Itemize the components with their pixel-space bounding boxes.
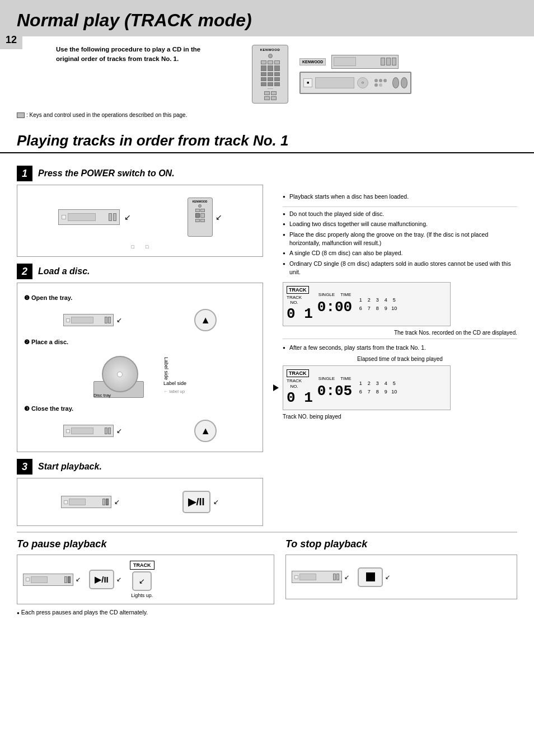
step-1-header: 1 Press the POWER switch to ON. bbox=[17, 166, 263, 181]
lights-up-label: Lights up. bbox=[131, 593, 153, 598]
play-pause-button-icon: ▶/II bbox=[182, 491, 210, 513]
step-3-note: After a few seconds, play starts from th… bbox=[283, 344, 517, 352]
track-no-label-1: TRACKNO. bbox=[287, 295, 302, 306]
tn2-6: 6 bbox=[357, 388, 364, 396]
stop-section: To stop playback ↙ ↙ bbox=[285, 538, 517, 616]
label-side-text: Label side bbox=[163, 357, 169, 380]
elapsed-time-label: Elapsed time of track being played bbox=[283, 356, 517, 362]
play-indicator-icon bbox=[273, 384, 279, 391]
single-label-1: SINGLE bbox=[318, 292, 335, 297]
tn-7: 7 bbox=[365, 304, 373, 312]
section-title: Playing tracks in order from track No. 1 bbox=[0, 124, 534, 153]
eject-button-icon: ▲ bbox=[194, 309, 217, 331]
note-2-5: Ordinary CD single (8 cm disc) adapters … bbox=[283, 260, 517, 276]
note-2-4: A single CD (8 cm disc) can also be play… bbox=[283, 249, 517, 257]
remote-pause-button-icon: ↙ bbox=[132, 571, 152, 591]
pause-box: ↙ ▶/II ↙ TRACK ↙ Lights up. bbox=[17, 555, 274, 604]
track-number-grid-2: 1 2 3 4 5 6 7 8 9 10 bbox=[357, 379, 398, 396]
track-number-grid-1: 1 2 3 4 5 6 7 8 9 10 bbox=[357, 296, 398, 312]
tn2-9: 9 bbox=[382, 388, 390, 396]
stop-box: ↙ ↙ bbox=[285, 555, 517, 599]
tn2-8: 8 bbox=[373, 388, 381, 396]
tn2-2: 2 bbox=[365, 379, 373, 387]
sub-step-1: ❶ Open the tray. bbox=[24, 294, 256, 302]
tn-6: 6 bbox=[357, 304, 364, 312]
step1-indicator-1: □ bbox=[132, 244, 134, 250]
tdisp-middle-1: SINGLE TIME 0:00 bbox=[317, 292, 352, 316]
intro-text: Use the following procedure to play a CD… bbox=[56, 45, 224, 64]
stop-button-icon bbox=[358, 567, 383, 587]
lcd-track-2: 0 1 bbox=[287, 389, 313, 406]
track-display-2-container: Elapsed time of track being played TRACK… bbox=[283, 356, 517, 419]
track-display-2: TRACK TRACKNO. 0 1 SINGLE TIME 0:05 1 2 bbox=[283, 365, 451, 410]
track-badge-2: TRACK bbox=[287, 369, 309, 377]
power-cursor-icon: ↙ bbox=[124, 213, 131, 222]
track-display-1-caption: The track Nos. recorded on the CD are di… bbox=[283, 330, 517, 336]
tdisp-left-1: TRACK TRACKNO. 0 1 bbox=[287, 286, 313, 322]
step-3-header: 3 Start playback. bbox=[17, 459, 263, 475]
label-side-text-2: Label side bbox=[163, 381, 186, 386]
keys-note: : Keys and control used in the operation… bbox=[0, 112, 534, 124]
tn-2: 2 bbox=[365, 296, 373, 304]
pause-section: To pause playback ↙ ▶/II ↙ bbox=[17, 538, 274, 616]
tdisp-right-2: 1 2 3 4 5 6 7 8 9 10 bbox=[357, 379, 398, 396]
time-label-1: TIME bbox=[340, 292, 351, 297]
page-number: 12 bbox=[0, 31, 22, 49]
note-2-2: Loading two discs together will cause ma… bbox=[283, 220, 517, 228]
step-1-illustration: ↙ KENWOOD bbox=[24, 192, 256, 242]
stop-title: To stop playback bbox=[285, 538, 517, 550]
step-3-right-notes: After a few seconds, play starts from th… bbox=[283, 344, 517, 352]
intro-area: Use the following procedure to play a CD… bbox=[0, 36, 534, 109]
tn-1: 1 bbox=[357, 296, 364, 304]
pause-title: To pause playback bbox=[17, 538, 274, 550]
steps-container: 1 Press the POWER switch to ON. ↙ bbox=[0, 153, 534, 532]
step-2-header: 2 Load a disc. bbox=[17, 264, 263, 279]
step-2-notes: Do not touch the played side of disc. Lo… bbox=[283, 210, 517, 276]
single-label-2: SINGLE bbox=[318, 376, 335, 381]
step1-indicator-2: □ bbox=[146, 244, 148, 250]
eject-button-2-icon: ▲ bbox=[194, 420, 217, 442]
track-no-label-2: TRACKNO. bbox=[287, 378, 302, 389]
track-display-1-container: TRACK TRACKNO. 0 1 SINGLE TIME 0:00 1 2 bbox=[283, 282, 517, 336]
step-1-note: Playback starts when a disc has been loa… bbox=[283, 192, 517, 201]
pause-note: Each press pauses and plays the CD alter… bbox=[17, 609, 274, 616]
step-3-label: Start playback. bbox=[38, 462, 102, 472]
tn2-1: 1 bbox=[357, 379, 364, 387]
bottom-section: To pause playback ↙ ▶/II ↙ bbox=[0, 533, 534, 621]
step-3-box: ↙ ▶/II ↙ bbox=[17, 478, 263, 526]
note-2-3: Place the disc properly along the groove… bbox=[283, 231, 517, 247]
tn2-4: 4 bbox=[382, 379, 390, 387]
sub-step-2: ❷ Place a disc. bbox=[24, 339, 256, 346]
track-no-being-played-label: Track NO. being played bbox=[283, 414, 517, 420]
tn-4: 4 bbox=[382, 296, 390, 304]
right-column: Playback starts when a disc has been loa… bbox=[274, 159, 517, 532]
step-2-label: Load a disc. bbox=[38, 266, 90, 276]
tn2-7: 7 bbox=[365, 388, 373, 396]
step-2-box: ❶ Open the tray. ↙ ▲ bbox=[17, 283, 263, 452]
remote-device-illustration: KENWOOD bbox=[252, 45, 288, 104]
step-1-number: 1 bbox=[17, 166, 32, 181]
remote-logo: KENWOOD bbox=[260, 48, 280, 51]
track-badge-1: TRACK bbox=[287, 286, 309, 294]
tn-8: 8 bbox=[373, 304, 381, 312]
header-section: Normal play (TRACK mode) bbox=[0, 0, 534, 36]
lcd-time-1: 0:00 bbox=[317, 299, 352, 316]
tn-10: 10 bbox=[390, 304, 398, 312]
tn-3: 3 bbox=[373, 296, 381, 304]
highlight-indicator bbox=[17, 112, 25, 118]
lcd-track-1: 0 1 bbox=[287, 306, 313, 322]
time-label-2: TIME bbox=[340, 376, 351, 381]
note-2-1: Do not touch the played side of disc. bbox=[283, 210, 517, 218]
track-display-1: TRACK TRACKNO. 0 1 SINGLE TIME 0:00 1 2 bbox=[283, 282, 451, 326]
play-pause-bottom-icon: ▶/II bbox=[89, 570, 114, 589]
tn2-5: 5 bbox=[390, 379, 398, 387]
track-mode-badge: TRACK bbox=[130, 561, 154, 570]
step-1-box: ↙ KENWOOD bbox=[17, 185, 263, 257]
tdisp-right-1: 1 2 3 4 5 6 7 8 9 10 bbox=[357, 296, 398, 312]
stop-square-icon bbox=[366, 572, 375, 581]
main-title: Normal play (TRACK mode) bbox=[17, 10, 517, 31]
tn-9: 9 bbox=[382, 304, 390, 312]
tn2-10: 10 bbox=[390, 388, 398, 396]
step-2-number: 2 bbox=[17, 264, 32, 279]
remote-cursor-icon: ↙ bbox=[216, 213, 222, 222]
